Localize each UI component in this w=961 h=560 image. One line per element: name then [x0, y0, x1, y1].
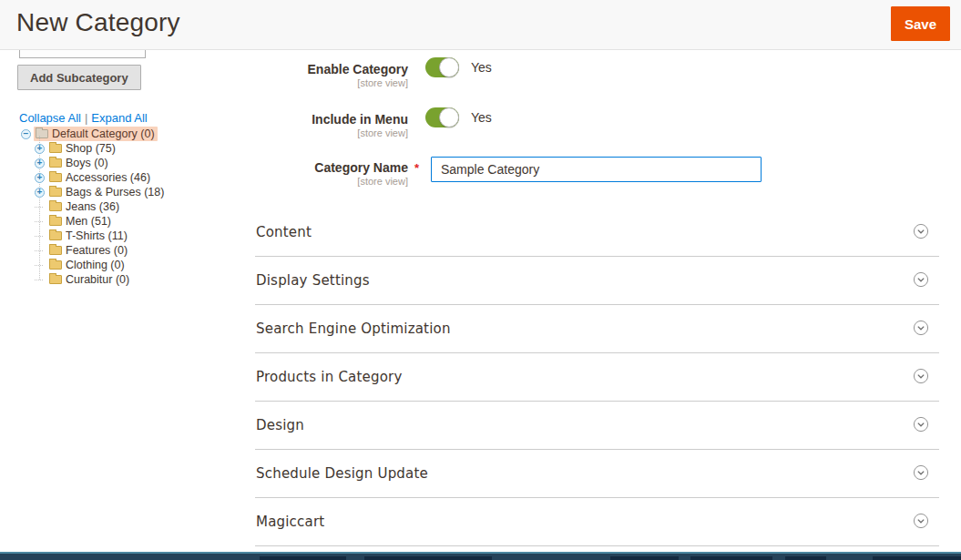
folder-icon: [49, 231, 62, 240]
folder-icon: [49, 217, 62, 226]
tree-item-clothing[interactable]: Clothing (0): [0, 258, 248, 272]
tree-connector: [35, 265, 43, 266]
tree-item-bags-purses[interactable]: + Bags & Purses (18): [0, 185, 248, 199]
toggle-wrap: Yes: [425, 56, 492, 77]
tree-item-men[interactable]: Men (51): [0, 214, 248, 229]
collapse-all-link[interactable]: Collapse All: [19, 111, 81, 125]
field-label: Category Name [store view]: [255, 154, 408, 187]
tree-item-features[interactable]: Features (0): [0, 243, 248, 258]
accordion-sections: Content Display Settings Search Engine O…: [255, 209, 939, 546]
chevron-down-icon[interactable]: [913, 464, 929, 481]
illegible-text-smudge: [260, 556, 346, 560]
tree-item-label[interactable]: Bags & Purses (18): [66, 186, 164, 199]
chevron-down-icon[interactable]: [913, 416, 929, 433]
save-button[interactable]: Save: [891, 6, 950, 41]
folder-icon: [36, 129, 48, 138]
section-content[interactable]: Content: [255, 209, 939, 257]
page-title: New Category: [16, 8, 180, 37]
tree-node-selected[interactable]: Default Category (0): [34, 127, 158, 141]
expand-all-link[interactable]: Expand All: [91, 111, 147, 125]
category-form: Enable Category [store view] Yes Include…: [255, 50, 939, 560]
chevron-down-icon[interactable]: [913, 320, 929, 336]
tree-item-boys[interactable]: + Boys (0): [0, 156, 248, 170]
include-in-menu-toggle[interactable]: [425, 107, 459, 127]
tree-connector: [35, 250, 43, 251]
tree-item-label[interactable]: Accessories (46): [66, 171, 150, 184]
add-subcategory-button[interactable]: Add Subcategory: [17, 65, 141, 90]
tree-item-jeans[interactable]: Jeans (36): [0, 199, 248, 214]
chevron-down-icon[interactable]: [913, 223, 929, 239]
tree-item-default-category[interactable]: − Default Category (0): [0, 127, 248, 141]
field-enable-category: Enable Category [store view] Yes: [255, 56, 939, 88]
section-title: Search Engine Optimization: [256, 321, 451, 337]
store-view-scope: [store view]: [255, 176, 408, 187]
illegible-text-smudge: [610, 556, 679, 560]
section-products-in-category[interactable]: Products in Category: [255, 353, 939, 402]
field-label: Include in Menu [store view]: [255, 106, 408, 138]
include-in-menu-label: Include in Menu: [255, 113, 408, 127]
tree-item-label[interactable]: T-Shirts (11): [66, 229, 128, 242]
tree-item-tshirts[interactable]: T-Shirts (11): [0, 229, 248, 243]
category-tree-sidebar: Add Subcategory Collapse All|Expand All …: [0, 50, 248, 560]
tree-item-label[interactable]: Boys (0): [66, 157, 108, 169]
toggle-value-label: Yes: [471, 60, 492, 75]
illegible-text-smudge: [364, 556, 492, 560]
section-title: Design: [256, 417, 304, 433]
section-title: Magiccart: [256, 514, 324, 530]
folder-icon: [49, 173, 62, 182]
section-title: Schedule Design Update: [256, 465, 428, 482]
section-search-engine-optimization[interactable]: Search Engine Optimization: [255, 305, 939, 353]
toggle-knob: [439, 57, 459, 77]
tree-item-curabitur[interactable]: Curabitur (0): [0, 272, 248, 287]
section-magiccart[interactable]: Magiccart: [255, 498, 939, 546]
tree-connector: [35, 236, 43, 237]
section-title: Display Settings: [256, 272, 370, 289]
store-view-scope: [store view]: [255, 77, 408, 88]
tree-item-label[interactable]: Clothing (0): [66, 259, 125, 271]
enable-category-toggle[interactable]: [425, 57, 459, 77]
store-view-scope: [store view]: [255, 127, 408, 138]
folder-icon: [49, 246, 62, 255]
tree-item-label[interactable]: Men (51): [66, 215, 111, 228]
chevron-down-icon[interactable]: [913, 271, 929, 288]
category-name-input[interactable]: [431, 157, 762, 182]
toggle-wrap: Yes: [425, 106, 492, 127]
field-category-name: Category Name [store view] *: [255, 154, 939, 187]
section-display-settings[interactable]: Display Settings: [255, 257, 939, 305]
category-name-label: Category Name: [255, 161, 408, 175]
toggle-knob: [439, 107, 459, 127]
expand-icon[interactable]: +: [35, 144, 45, 154]
tree-item-label[interactable]: Default Category (0): [52, 127, 155, 140]
folder-icon: [49, 158, 62, 168]
category-tree: − Default Category (0) + Shop (75) + Boy…: [0, 127, 248, 287]
section-design[interactable]: Design: [255, 402, 939, 450]
link-separator: |: [85, 111, 87, 125]
expand-icon[interactable]: +: [35, 173, 45, 183]
folder-icon: [49, 144, 62, 153]
expand-icon[interactable]: +: [35, 188, 45, 198]
tree-connector: [35, 207, 43, 208]
tree-item-shop[interactable]: + Shop (75): [0, 141, 248, 156]
folder-icon: [49, 260, 62, 270]
folder-icon: [49, 188, 62, 197]
tree-item-label[interactable]: Features (0): [66, 244, 128, 257]
section-schedule-design-update[interactable]: Schedule Design Update: [255, 450, 939, 498]
required-asterisk: *: [408, 154, 431, 175]
tree-item-accessories[interactable]: + Accessories (46): [0, 170, 248, 185]
tree-connector: [35, 221, 43, 222]
add-root-category-button-cropped[interactable]: [19, 50, 146, 58]
page-header: New Category Save: [0, 0, 961, 50]
enable-category-label: Enable Category: [255, 63, 408, 76]
tree-item-label[interactable]: Shop (75): [66, 142, 116, 155]
field-label: Enable Category [store view]: [255, 56, 408, 88]
tree-item-label[interactable]: Curabitur (0): [66, 273, 129, 286]
cropped-bottom-bar: [0, 552, 961, 560]
chevron-down-icon[interactable]: [913, 513, 929, 529]
tree-item-label[interactable]: Jeans (36): [66, 200, 119, 213]
chevron-down-icon[interactable]: [913, 368, 929, 384]
expand-icon[interactable]: +: [35, 158, 45, 168]
folder-icon: [49, 202, 62, 211]
tree-connector: [35, 280, 43, 280]
collapse-icon[interactable]: −: [21, 129, 31, 139]
illegible-text-smudge: [785, 556, 826, 560]
